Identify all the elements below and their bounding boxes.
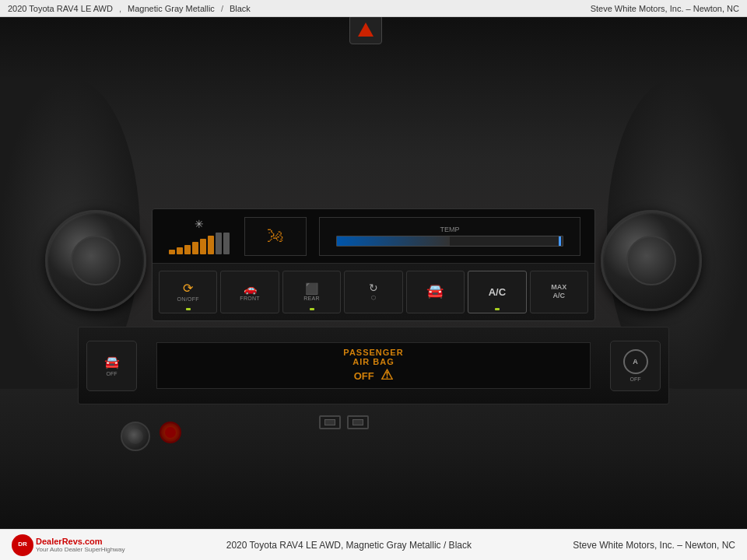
airbag-line1: PASSENGER: [343, 348, 403, 357]
fan-bar-6: [208, 236, 214, 254]
title-sep2: /: [221, 4, 223, 13]
right-knob[interactable]: [601, 210, 702, 311]
on-off-indicator: [186, 308, 191, 310]
temp-label: TEMP: [440, 226, 459, 233]
fan-bars: [169, 233, 230, 254]
dealer-name: DealerRevs.com: [36, 537, 124, 546]
hvac-btn-recirc[interactable]: ↻ ⬡: [344, 271, 402, 313]
hvac-display-row: ✳ 🌬 TEMP: [153, 209, 594, 264]
hvac-btn-max-ac[interactable]: MAXA/C: [530, 271, 588, 313]
hvac-panel: ✳ 🌬 TEMP: [152, 208, 595, 321]
color2: Black: [230, 4, 251, 13]
fan-bar-8: [223, 233, 230, 254]
front-label: FRONT: [240, 296, 260, 301]
mode-icon: 🚘: [426, 284, 444, 298]
fan-speed-display: ✳: [160, 214, 238, 258]
temp-bar-cool: [337, 236, 450, 246]
airbag-display: PASSENGER AIR BAG OFF ⚠: [156, 342, 591, 389]
dealer-tagline: Your Auto Dealer SuperHighway: [36, 546, 124, 553]
fan-bar-2: [177, 247, 183, 254]
left-knob[interactable]: [45, 210, 146, 311]
fan-bar-5: [200, 239, 206, 254]
hvac-buttons-row: ⟳ ON/OFF 🚗 FRONT ⬛ REAR ↻ ⬡ 🚘: [153, 264, 594, 320]
airbag-info: PASSENGER AIR BAG OFF ⚠: [343, 348, 403, 383]
traction-icon: 🚘: [104, 355, 120, 369]
rear-indicator: [310, 308, 314, 310]
airbag-line2: AIR BAG: [343, 357, 403, 366]
dealer-info-left: DR DealerRevs.com Your Auto Dealer Super…: [12, 534, 124, 556]
auto-stop-label: A: [633, 358, 638, 366]
ac-indicator: [495, 308, 500, 310]
front-defrost-icon: 🚗: [244, 283, 257, 294]
temp-indicator: [559, 236, 561, 246]
dealer-logo: DR DealerRevs.com Your Auto Dealer Super…: [12, 534, 124, 556]
logo-text: DR: [18, 541, 27, 548]
rear-defrost-icon: ⬛: [305, 283, 318, 294]
usb-port-2-slot: [352, 419, 363, 425]
lower-console: 🚘 OFF PASSENGER AIR BAG OFF ⚠ A OFF: [78, 327, 669, 404]
car-title: 2020 Toyota RAV4 LE AWD: [8, 4, 113, 13]
usb-port-2[interactable]: [347, 415, 369, 429]
ac-icon: A/C: [489, 287, 506, 297]
rear-label: REAR: [303, 296, 320, 301]
gear-buttons: [121, 422, 181, 451]
hazard-button[interactable]: [349, 15, 382, 44]
airbag-warning-icon: ⚠: [381, 367, 393, 383]
recirc-label: ⬡: [371, 295, 376, 301]
on-off-icon: ⟳: [183, 282, 193, 295]
hvac-btn-front[interactable]: 🚗 FRONT: [220, 271, 279, 313]
fan-icon: ✳: [195, 218, 204, 230]
traction-label: OFF: [107, 371, 117, 376]
gear-btn-1-inner: [128, 429, 143, 444]
dealer-contact-right: Steve White Motors, Inc. – Newton, NC: [573, 540, 735, 551]
fan-bar-4: [192, 242, 198, 254]
airflow-icon: 🌬: [267, 226, 284, 247]
info-bar: DR DealerRevs.com Your Auto Dealer Super…: [0, 529, 747, 560]
color1: Magnetic Gray Metallic: [128, 4, 215, 13]
fan-bar-7: [216, 233, 222, 254]
gear-btn-2[interactable]: [160, 422, 181, 443]
auto-stop-off-label: OFF: [630, 376, 641, 382]
usb-ports-area: [319, 415, 369, 429]
on-off-label: ON/OFF: [177, 296, 199, 302]
temp-bar-outer: [336, 236, 563, 247]
hvac-btn-on-off[interactable]: ⟳ ON/OFF: [159, 271, 217, 313]
recirc-icon: ↻: [369, 282, 378, 293]
auto-stop-btn[interactable]: A OFF: [610, 341, 661, 391]
traction-control-btn[interactable]: 🚘 OFF: [86, 341, 137, 391]
fan-bar-3: [184, 245, 191, 254]
hvac-btn-rear[interactable]: ⬛ REAR: [282, 271, 341, 313]
logo-circle: DR: [12, 534, 33, 556]
gear-btn-2-inner: [165, 427, 176, 438]
title-bar: 2020 Toyota RAV4 LE AWD , Magnetic Gray …: [0, 0, 747, 17]
title-sep1: ,: [119, 4, 121, 13]
car-info-center: 2020 Toyota RAV4 LE AWD, Magnetic Gray M…: [226, 540, 472, 551]
hvac-btn-mode[interactable]: 🚘: [406, 271, 465, 313]
temp-display: TEMP: [319, 217, 580, 256]
usb-port-1[interactable]: [319, 415, 341, 429]
dealer-title: Steve White Motors, Inc. – Newton, NC: [591, 4, 739, 13]
max-ac-icon: MAXA/C: [551, 283, 566, 300]
airflow-mode-display: 🌬: [244, 217, 307, 256]
fan-bar-1: [169, 250, 175, 254]
usb-port-1-slot: [324, 419, 335, 425]
auto-stop-icon: A: [623, 349, 648, 374]
photo-container: 2020 Toyota RAV4 LE AWD , Magnetic Gray …: [0, 0, 747, 529]
gear-btn-1[interactable]: [121, 422, 150, 451]
hazard-icon: [358, 23, 374, 37]
airbag-status: OFF ⚠: [343, 366, 403, 383]
hvac-btn-ac[interactable]: A/C: [468, 271, 526, 313]
dealer-text-block: DealerRevs.com Your Auto Dealer SuperHig…: [36, 537, 124, 553]
